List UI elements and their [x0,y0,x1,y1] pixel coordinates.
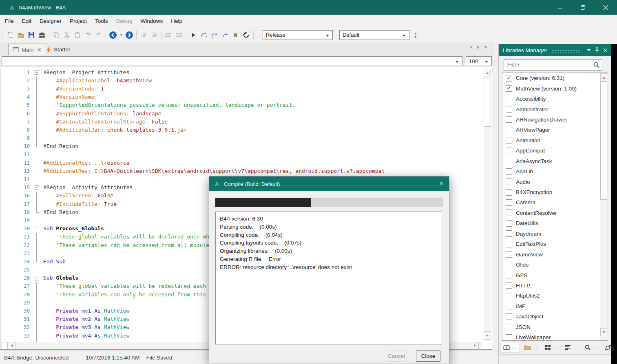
library-checkbox[interactable] [506,251,512,258]
navigate-forward-button[interactable] [124,30,135,40]
tab-scroll-left-icon[interactable] [470,46,472,49]
toolbar-grip[interactable] [1,31,3,40]
library-checkbox[interactable] [506,106,512,113]
module-navigator-select[interactable] [2,56,462,66]
close-button[interactable] [594,0,617,15]
cut-button[interactable] [62,30,72,40]
panel-tab-logs[interactable]: ... [562,343,579,352]
tab-starter[interactable]: Starter [42,44,75,55]
library-checkbox[interactable] [506,303,512,309]
undo-button[interactable] [83,30,93,40]
close-dialog-button[interactable]: Close [416,351,440,362]
library-checkbox[interactable] [506,148,512,154]
menu-item-tools[interactable]: Tools [91,16,112,26]
library-checkbox[interactable] [506,199,512,206]
library-row[interactable]: HttpUtils2 [502,291,608,301]
menu-item-edit[interactable]: Edit [18,16,35,26]
menu-item-windows[interactable]: Windows [136,16,167,26]
library-row[interactable]: GPS [502,270,608,280]
library-checkbox[interactable] [506,168,512,175]
library-row[interactable]: AriaAsyncTask [502,156,608,166]
filter-input[interactable] [506,61,590,68]
code-line[interactable]: 2 #ApplicationLabel: b4aMathView [0,76,492,84]
hscroll-thumb[interactable] [2,342,8,349]
library-checkbox[interactable] [506,116,512,123]
minimize-button[interactable] [548,0,571,15]
new-project-button[interactable] [5,30,15,40]
code-line[interactable]: 1−#Region Project Attributes [0,68,492,76]
code-line[interactable]: 12#AdditionalRes: ..\resource [0,159,492,167]
navigate-back-dropdown[interactable] [118,30,124,40]
step-out-button[interactable] [220,30,230,40]
run-button[interactable] [188,30,199,40]
library-row[interactable]: AriaLib [502,166,608,176]
library-row[interactable]: IME [502,301,608,311]
panel-tab-find[interactable]: ... [582,343,599,352]
code-line[interactable]: 13#AdditionalRes: C:\B4A-Quicklearn\SDK\… [0,167,492,175]
navigate-back-button[interactable] [108,30,118,40]
library-checkbox[interactable]: ✓ [506,75,512,82]
library-row[interactable]: ✓Core (version: 6.31) [502,73,608,83]
library-checkbox[interactable] [506,230,512,237]
step-into-button[interactable] [199,30,209,40]
save-button[interactable] [26,30,37,40]
vscroll-thumb[interactable] [484,79,491,127]
library-checkbox[interactable] [506,293,512,299]
panel-tab-libraries[interactable]: ... [500,343,519,353]
library-checkbox[interactable] [506,179,512,185]
library-row[interactable]: Camera [502,197,608,207]
library-row[interactable]: Glide [502,260,608,270]
uncomment-button[interactable] [149,30,159,40]
build-config-select[interactable]: Release [263,30,333,40]
copy-button[interactable] [51,30,62,40]
code-line[interactable]: 8 #AdditionalJar: chunk-templates-3.0.1.… [0,126,492,134]
library-row[interactable]: JavaObject [502,311,608,322]
comment-button[interactable] [138,30,149,40]
restore-button[interactable] [571,0,594,15]
library-row[interactable]: LiveWallpaper [502,332,608,341]
library-checkbox[interactable] [506,220,512,227]
panel-position-button[interactable] [585,44,593,56]
library-checkbox[interactable] [506,262,512,268]
scroll-down-button[interactable] [600,328,607,336]
panel-pin-button[interactable] [593,44,601,56]
search-icon[interactable] [593,62,600,68]
library-checkbox[interactable]: ✓ [506,85,512,92]
library-row[interactable]: Daydream [502,229,608,239]
rebuild-button[interactable] [241,30,252,40]
library-row[interactable]: EditTextPlus [502,239,608,249]
toolbar-overflow-button[interactable]: ▾▾ [414,32,417,38]
fold-toggle[interactable]: − [33,225,43,233]
library-checkbox[interactable] [506,313,512,320]
library-row[interactable]: AHViewPager [502,125,608,135]
open-project-button[interactable] [15,30,26,40]
tab-close-icon[interactable]: ✕ [37,47,42,53]
fold-toggle[interactable]: − [33,68,43,76]
scroll-up-button[interactable] [600,73,607,82]
vscroll-thumb[interactable] [600,82,607,200]
panel-close-button[interactable] [601,44,609,56]
code-line[interactable]: 10#End Region [0,142,492,150]
panel-tab-modules[interactable]: ... [542,343,560,352]
library-row[interactable]: Administrator [502,104,608,114]
library-row[interactable]: Accessibility [502,94,608,104]
library-row[interactable]: ContentResolver [502,208,608,218]
library-checkbox[interactable] [506,158,512,164]
code-line[interactable]: 7 #CanInstallToExternalStorage: False [0,117,492,126]
library-checkbox[interactable] [506,282,512,289]
scroll-right-button[interactable] [471,342,479,349]
panel-tab-files[interactable]: ... [522,343,540,352]
library-row[interactable]: JSON [502,322,608,332]
code-line[interactable]: 9 [0,134,492,142]
library-checkbox[interactable] [506,127,512,133]
menu-item-file[interactable]: File [1,16,18,26]
library-row[interactable]: B4XEncryption [502,187,608,197]
library-checkbox[interactable] [506,137,512,143]
code-line[interactable]: 5 'SupportedOrientations possible values… [0,101,492,109]
code-line[interactable]: 6 #SupportedOrientations: landscape [0,109,492,117]
scroll-down-button[interactable] [484,331,491,340]
redo-button[interactable] [93,30,104,40]
list-vscrollbar[interactable] [600,73,607,340]
layout-config-select[interactable]: Default [339,30,409,40]
library-checkbox[interactable] [506,241,512,247]
